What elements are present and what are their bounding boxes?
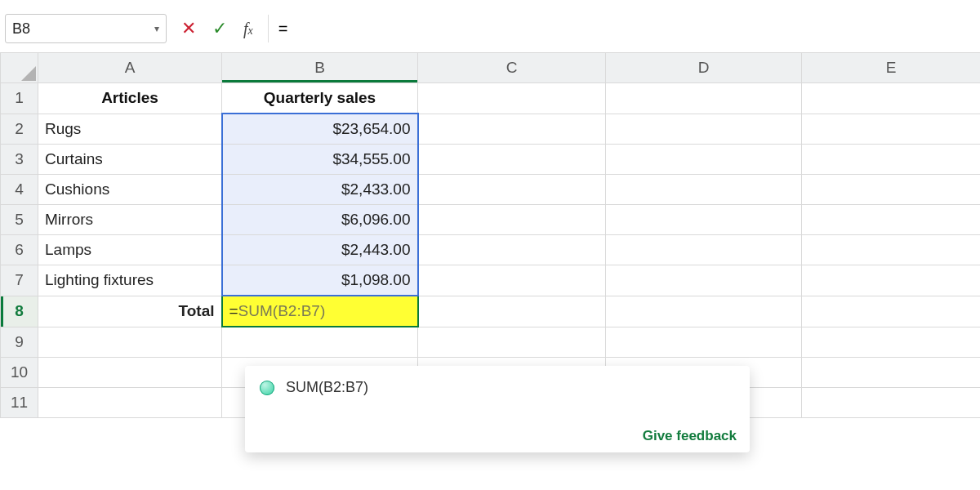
cell[interactable] — [802, 327, 981, 358]
cell-B8-active[interactable]: =SUM(B2:B7) — [222, 296, 418, 327]
formula-input[interactable] — [268, 15, 975, 42]
cell[interactable] — [606, 145, 802, 175]
row-5: 5 Mirrors $6,096.00 — [1, 205, 981, 235]
row-header[interactable]: 5 — [1, 205, 38, 235]
row-6: 6 Lamps $2,443.00 — [1, 235, 981, 265]
cell[interactable] — [418, 114, 606, 145]
cell[interactable] — [222, 327, 418, 358]
row-2: 2 Rugs $23,654.00 — [1, 114, 981, 145]
cell[interactable] — [606, 235, 802, 265]
col-header-D[interactable]: D — [606, 53, 802, 83]
cell[interactable] — [802, 114, 981, 145]
col-header-E[interactable]: E — [802, 53, 981, 83]
cell-B4[interactable]: $2,433.00 — [222, 175, 418, 205]
cell[interactable] — [802, 358, 981, 388]
cell[interactable] — [418, 296, 606, 327]
row-7: 7 Lighting fixtures $1,098.00 — [1, 265, 981, 296]
cell-B5[interactable]: $6,096.00 — [222, 205, 418, 235]
suggestion-row[interactable]: SUM(B2:B7) — [256, 374, 738, 401]
cell[interactable] — [606, 205, 802, 235]
cell[interactable] — [418, 235, 606, 265]
cell[interactable] — [418, 205, 606, 235]
cell[interactable] — [38, 388, 222, 418]
cell[interactable] — [606, 114, 802, 145]
cell[interactable] — [606, 175, 802, 205]
cell[interactable] — [38, 358, 222, 388]
formula-suggestion-popover: SUM(B2:B7) Give feedback — [245, 366, 750, 452]
cell-B6[interactable]: $2,443.00 — [222, 235, 418, 265]
cell[interactable] — [418, 327, 606, 358]
cell[interactable] — [802, 388, 981, 418]
row-header[interactable]: 6 — [1, 235, 38, 265]
cell[interactable] — [606, 265, 802, 296]
row-header[interactable]: 7 — [1, 265, 38, 296]
cell[interactable] — [802, 83, 981, 114]
cell[interactable] — [418, 175, 606, 205]
cell[interactable] — [38, 327, 222, 358]
formula-eq: = — [229, 302, 238, 319]
lightbulb-icon — [260, 381, 274, 395]
formula-body: SUM(B2:B7) — [238, 302, 326, 319]
row-header[interactable]: 11 — [1, 388, 38, 418]
name-box[interactable]: B8 ▾ — [5, 14, 167, 43]
row-9: 9 — [1, 327, 981, 358]
cell[interactable] — [418, 265, 606, 296]
cancel-icon[interactable]: ✕ — [181, 20, 196, 38]
enter-icon[interactable]: ✓ — [212, 20, 227, 38]
cell-A1[interactable]: Articles — [38, 83, 222, 114]
name-box-value: B8 — [12, 20, 30, 38]
cell-B2[interactable]: $23,654.00 — [222, 114, 418, 145]
row-3: 3 Curtains $34,555.00 — [1, 145, 981, 175]
cell[interactable] — [418, 83, 606, 114]
row-header[interactable]: 4 — [1, 175, 38, 205]
chevron-down-icon[interactable]: ▾ — [154, 23, 159, 34]
cell-B7[interactable]: $1,098.00 — [222, 265, 418, 296]
cell[interactable] — [606, 83, 802, 114]
cell-A8[interactable]: Total — [38, 296, 222, 327]
row-4: 4 Cushions $2,433.00 — [1, 175, 981, 205]
formula-bar: B8 ▾ ✕ ✓ fx — [0, 0, 980, 52]
row-header[interactable]: 1 — [1, 83, 38, 114]
spreadsheet-grid[interactable]: A B C D E 1 Articles Quarterly sales 2 R… — [0, 52, 980, 418]
row-header[interactable]: 10 — [1, 358, 38, 388]
cell-A7[interactable]: Lighting fixtures — [38, 265, 222, 296]
fx-icon[interactable]: fx — [243, 20, 253, 38]
col-header-C[interactable]: C — [418, 53, 606, 83]
col-header-A[interactable]: A — [38, 53, 222, 83]
cell[interactable] — [418, 145, 606, 175]
cell-A6[interactable]: Lamps — [38, 235, 222, 265]
cell-B3[interactable]: $34,555.00 — [222, 145, 418, 175]
cell-A2[interactable]: Rugs — [38, 114, 222, 145]
column-header-row: A B C D E — [1, 53, 981, 83]
row-header[interactable]: 9 — [1, 327, 38, 358]
formula-buttons: ✕ ✓ fx — [175, 20, 260, 38]
cell-A4[interactable]: Cushions — [38, 175, 222, 205]
select-all-corner[interactable] — [1, 53, 38, 83]
cell[interactable] — [606, 327, 802, 358]
row-1: 1 Articles Quarterly sales — [1, 83, 981, 114]
cell[interactable] — [802, 296, 981, 327]
cell[interactable] — [606, 296, 802, 327]
row-header[interactable]: 3 — [1, 145, 38, 175]
row-header[interactable]: 8 — [1, 296, 38, 327]
cell[interactable] — [802, 235, 981, 265]
give-feedback-link[interactable]: Give feedback — [643, 428, 737, 444]
cell-A3[interactable]: Curtains — [38, 145, 222, 175]
row-header[interactable]: 2 — [1, 114, 38, 145]
cell-A5[interactable]: Mirrors — [38, 205, 222, 235]
cell-B1[interactable]: Quarterly sales — [222, 83, 418, 114]
cell[interactable] — [802, 175, 981, 205]
col-header-B[interactable]: B — [222, 53, 418, 83]
row-8: 8 Total =SUM(B2:B7) — [1, 296, 981, 327]
cell[interactable] — [802, 145, 981, 175]
cell[interactable] — [802, 205, 981, 235]
cell[interactable] — [802, 265, 981, 296]
suggestion-text: SUM(B2:B7) — [286, 379, 368, 396]
